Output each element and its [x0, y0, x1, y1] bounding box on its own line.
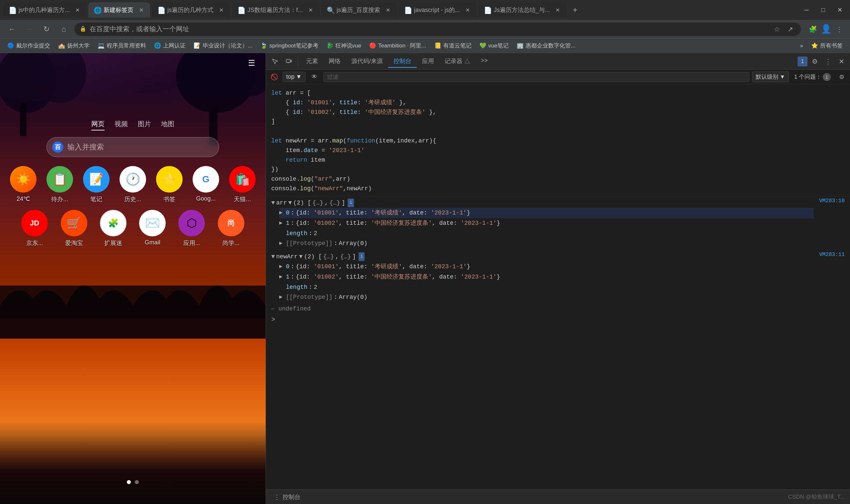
- bookmark-teambition[interactable]: 🔴 Teambition · 阿里...: [366, 40, 430, 51]
- tab-js-baidu[interactable]: 🔍 js遍历_百度搜索 ✕: [321, 2, 397, 18]
- back-button[interactable]: ←: [5, 22, 19, 36]
- app-office[interactable]: 📋 待办...: [47, 166, 73, 203]
- tab-more[interactable]: >>: [475, 55, 493, 68]
- bookmark-kuangshen[interactable]: 🐉 狂神说vue: [323, 40, 365, 51]
- more-bookmarks-btn[interactable]: »: [797, 41, 807, 51]
- context-selector[interactable]: top ▼: [283, 72, 306, 82]
- tab-close-7[interactable]: ✕: [554, 6, 561, 14]
- search-tab-video[interactable]: 视频: [114, 120, 128, 130]
- arr-item-1[interactable]: ▶ 1 : {id: '01002', title: '中国经济复苏进度条', …: [279, 218, 814, 229]
- tab-close-4[interactable]: ✕: [307, 6, 314, 14]
- address-input-wrap[interactable]: 🔒 在百度中搜索，或者输入一个网址 ☆ ↗: [74, 22, 801, 36]
- newarr-proto-toggle[interactable]: ▶: [279, 293, 285, 302]
- tab-close-1[interactable]: ✕: [74, 6, 81, 14]
- bookmark-all[interactable]: ⭐ 所有书签: [808, 40, 846, 51]
- bookmark-graduation[interactable]: 📝 毕业设计（论文）...: [190, 40, 256, 51]
- tab-application[interactable]: 应用: [417, 55, 439, 68]
- newarr-expand-icon[interactable]: ▼: [271, 252, 275, 262]
- clear-console-icon[interactable]: 🚫: [269, 71, 280, 83]
- app-tmall[interactable]: 🛍️ 天猫...: [229, 166, 256, 203]
- app-study[interactable]: 尚 尚学...: [216, 210, 246, 247]
- tab-recorder[interactable]: 记录器 △: [439, 55, 475, 68]
- console-settings-icon[interactable]: ⚙: [836, 71, 847, 83]
- tab-close-2[interactable]: ✕: [138, 6, 145, 14]
- tab-csdn-js[interactable]: 📄 Js遍历方法总结_与... ✕: [478, 2, 566, 18]
- app-taobao[interactable]: 🛒 爱淘宝: [59, 210, 88, 247]
- bookmark-springboot[interactable]: 🍃 springboot笔记参考: [257, 40, 321, 51]
- menu-icon[interactable]: ⋮: [834, 24, 845, 35]
- newarr-item-0[interactable]: ▶ 0 : {id: '01001', title: '考研成绩', date:…: [279, 262, 814, 272]
- app-jd[interactable]: JD 京东...: [20, 210, 49, 247]
- newarr-source-link[interactable]: VM283:11: [819, 252, 845, 258]
- tab-js-array[interactable]: 📄 JS数组遍历方法：f... ✕: [232, 2, 320, 18]
- inspect-icon[interactable]: [269, 55, 281, 68]
- tab-js-traverse[interactable]: 📄 js中的几种遍历方... ✕: [3, 2, 86, 18]
- newarr-item-1-toggle[interactable]: ▶: [279, 273, 285, 282]
- bookmark-yangzhou[interactable]: 🏫 扬州大学: [55, 40, 93, 51]
- bottom-menu-icon[interactable]: ⋮: [271, 491, 283, 503]
- console-content[interactable]: let arr = [ { id: '01001', title: '考研成绩'…: [266, 84, 850, 489]
- arr-item-1-toggle[interactable]: ▶: [279, 219, 285, 228]
- newarr-item-1[interactable]: ▶ 1 : {id: '01002', title: '中国经济复苏进度条', …: [279, 272, 814, 282]
- share-icon[interactable]: ↗: [785, 24, 796, 35]
- arr-proto-toggle[interactable]: ▶: [279, 239, 285, 248]
- search-tab-web[interactable]: 网页: [91, 120, 105, 130]
- app-google[interactable]: G Goog...: [193, 166, 219, 203]
- newarr-header-row[interactable]: ▼ newArr ▼ (2) [ {…} , {…} ] i: [271, 252, 814, 262]
- close-button[interactable]: ✕: [833, 3, 847, 17]
- arr-source-link[interactable]: VM283:10: [819, 198, 845, 204]
- arr-expand-icon2[interactable]: ▼: [288, 198, 292, 208]
- app-extfans[interactable]: 🧩 扩展迷: [98, 210, 128, 247]
- bookmark-dell[interactable]: 🔵 戴尔作业提交: [4, 40, 53, 51]
- minimize-button[interactable]: ─: [799, 3, 813, 17]
- new-tab-button[interactable]: +: [568, 3, 582, 17]
- extensions-icon[interactable]: 🧩: [808, 24, 818, 35]
- tab-js-ways[interactable]: 📄 js遍历的几种方式 ✕: [152, 2, 230, 18]
- page-dot-2[interactable]: [135, 480, 139, 484]
- home-button[interactable]: ⌂: [57, 22, 70, 36]
- bookmark-vue[interactable]: 💚 vue笔记: [476, 40, 512, 51]
- newarr-proto-row[interactable]: ▶ [[Prototype]] : Array(0): [279, 292, 814, 303]
- app-history[interactable]: 🕐 历史...: [120, 166, 146, 203]
- search-tab-image[interactable]: 图片: [138, 120, 151, 130]
- app-weather[interactable]: ☀️ 24℃: [10, 166, 37, 203]
- tab-new-tab[interactable]: 🌐 新建标签页 ✕: [88, 2, 150, 18]
- device-icon[interactable]: [283, 55, 295, 68]
- tab-network[interactable]: 网络: [323, 55, 346, 68]
- app-notes[interactable]: 📝 笔记: [83, 166, 110, 203]
- arr-header-row[interactable]: ▼ arr ▼ (2) [ {…} , {…} ] i: [271, 198, 814, 208]
- devtools-close-icon[interactable]: ✕: [835, 55, 847, 67]
- tab-console[interactable]: 控制台: [388, 55, 417, 68]
- arr-item-0[interactable]: ▶ 0 : {id: '01001', title: '考研成绩', date:…: [279, 208, 814, 218]
- arr-expand-icon[interactable]: ▼: [271, 198, 275, 208]
- forward-button[interactable]: →: [22, 22, 36, 36]
- search-box[interactable]: 百: [47, 137, 219, 157]
- devtools-dock-icon[interactable]: ⋮: [822, 55, 834, 67]
- bookmark-auth[interactable]: 🌐 上网认证: [151, 40, 189, 51]
- bookmark-programmer[interactable]: 💻 程序员常用资料: [94, 40, 149, 51]
- filter-input[interactable]: [323, 72, 749, 82]
- devtools-settings-icon[interactable]: ⚙: [809, 55, 821, 67]
- default-levels-dropdown[interactable]: 默认级别 ▼: [752, 71, 789, 82]
- app-appstore[interactable]: ⬡ 应用...: [177, 210, 206, 247]
- tab-close-3[interactable]: ✕: [217, 6, 225, 14]
- newarr-item-0-toggle[interactable]: ▶: [279, 262, 285, 271]
- page-dot-1[interactable]: [127, 480, 131, 484]
- eye-filter-button[interactable]: 👁: [308, 72, 321, 82]
- app-gmail[interactable]: ✉️ Gmail: [138, 210, 167, 247]
- tab-close-6[interactable]: ✕: [464, 6, 471, 14]
- console-input[interactable]: [278, 316, 845, 323]
- arr-item-0-toggle[interactable]: ▶: [279, 209, 285, 217]
- app-bookmark[interactable]: ⭐ 书签: [156, 166, 183, 203]
- star-icon[interactable]: ☆: [772, 24, 782, 35]
- newarr-expand-icon2[interactable]: ▼: [299, 252, 303, 262]
- maximize-button[interactable]: □: [816, 3, 830, 17]
- tab-sf-js[interactable]: 📄 javascript - js的... ✕: [399, 2, 476, 18]
- reload-button[interactable]: ↻: [40, 22, 53, 36]
- search-tab-map[interactable]: 地图: [161, 120, 174, 130]
- nt-menu-button[interactable]: ☰: [245, 56, 259, 70]
- tab-close-5[interactable]: ✕: [384, 6, 392, 14]
- arr-proto-row[interactable]: ▶ [[Prototype]] : Array(0): [279, 238, 814, 249]
- tab-sources[interactable]: 源代码/来源: [346, 55, 388, 68]
- search-input[interactable]: [67, 143, 214, 151]
